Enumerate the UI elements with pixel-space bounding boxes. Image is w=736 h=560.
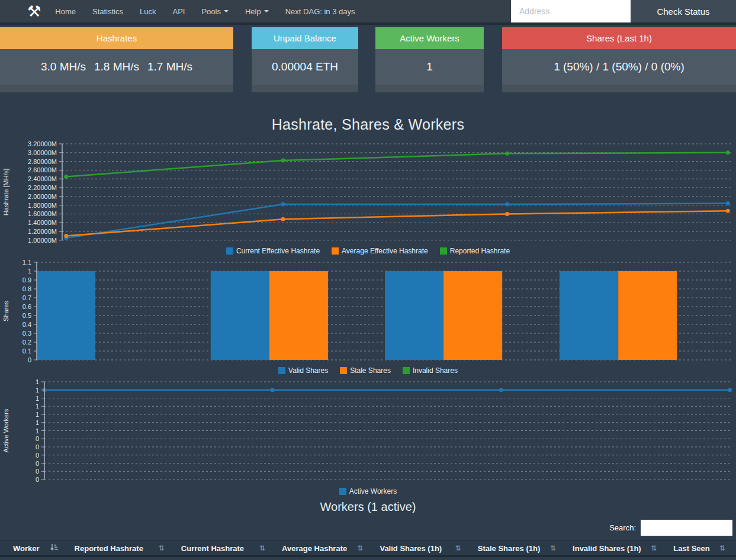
svg-text:0.2: 0.2 bbox=[23, 339, 31, 346]
svg-text:1: 1 bbox=[36, 387, 39, 394]
svg-text:0.4: 0.4 bbox=[23, 321, 31, 328]
svg-text:0.8: 0.8 bbox=[23, 285, 31, 292]
column-label: Invalid Shares (1h) bbox=[573, 544, 641, 553]
search-input[interactable] bbox=[641, 520, 732, 536]
summary-cards: Hashrates3.0 MH/s1.8 MH/s1.7 MH/sUnpaid … bbox=[0, 25, 736, 92]
nav-item-pools[interactable]: Pools bbox=[193, 0, 237, 22]
legend-item-average-effective-hashrate[interactable]: Average Effective Hashrate bbox=[332, 247, 428, 255]
dag-notice: Next DAG: in 3 days bbox=[277, 7, 364, 16]
card-unpaid-balance: Unpaid Balance0.00004 ETH bbox=[252, 27, 358, 92]
legend-swatch-icon bbox=[403, 367, 410, 374]
nav-item-help[interactable]: Help bbox=[237, 0, 277, 22]
sort-icon: ⇅ bbox=[719, 544, 725, 552]
card-footer bbox=[502, 85, 736, 92]
navbar: ⚒ HomeStatisticsLuckAPIPoolsHelp Next DA… bbox=[0, 0, 736, 25]
svg-text:0: 0 bbox=[36, 443, 39, 450]
shares-chart: 1.110.90.80.70.60.50.40.30.20.10Shares bbox=[0, 256, 736, 365]
card-active-workers: Active Workers1 bbox=[375, 27, 484, 92]
nav-menu: HomeStatisticsLuckAPIPoolsHelp bbox=[47, 0, 277, 22]
address-input[interactable] bbox=[511, 0, 631, 22]
legend-item-active-workers[interactable]: Active Workers bbox=[339, 487, 397, 495]
svg-text:1: 1 bbox=[36, 378, 39, 385]
column-header-invalid-shares-1h[interactable]: Invalid Shares (1h)⇅ bbox=[567, 541, 667, 555]
svg-text:1.00000M: 1.00000M bbox=[28, 237, 57, 244]
card-footer bbox=[252, 85, 358, 92]
card-value: 1 (50%) / 1 (50%) / 0 (0%) bbox=[502, 49, 736, 85]
legend-swatch-icon bbox=[340, 367, 347, 374]
charts-section-title: Hashrate, Shares & Workers bbox=[0, 116, 736, 133]
sort-icon: ⇅ bbox=[455, 544, 461, 552]
column-header-average-hashrate[interactable]: Average Hashrate⇅ bbox=[276, 541, 374, 555]
column-label: Last Seen bbox=[673, 544, 709, 553]
workers-heading: Workers (1 active) bbox=[0, 500, 736, 514]
workers-table-header: WorkerReported Hashrate⇅Current Hashrate… bbox=[0, 540, 736, 557]
svg-text:2.20000M: 2.20000M bbox=[28, 184, 57, 191]
svg-text:1: 1 bbox=[36, 419, 39, 426]
svg-text:Hashrate [MH/s]: Hashrate [MH/s] bbox=[2, 169, 9, 215]
legend-item-current-effective-hashrate[interactable]: Current Effective Hashrate bbox=[226, 247, 320, 255]
column-header-valid-shares-1h[interactable]: Valid Shares (1h)⇅ bbox=[374, 541, 471, 555]
column-label: Average Hashrate bbox=[282, 544, 347, 553]
svg-text:1.60000M: 1.60000M bbox=[28, 210, 57, 217]
sort-amount-asc-icon bbox=[50, 543, 58, 553]
svg-text:0: 0 bbox=[36, 435, 39, 442]
card-title: Hashrates bbox=[0, 27, 233, 49]
svg-text:2.00000M: 2.00000M bbox=[28, 193, 57, 200]
svg-text:2.40000M: 2.40000M bbox=[28, 175, 57, 182]
hashrate-chart: 3.20000M3.00000M2.80000M2.60000M2.40000M… bbox=[0, 138, 736, 246]
svg-text:1.1: 1.1 bbox=[23, 259, 31, 266]
svg-text:1.40000M: 1.40000M bbox=[28, 219, 57, 226]
legend-label: Current Effective Hashrate bbox=[236, 247, 320, 255]
sort-icon: ⇅ bbox=[550, 544, 556, 552]
sort-icon: ⇅ bbox=[159, 544, 165, 552]
svg-text:3.00000M: 3.00000M bbox=[28, 149, 57, 156]
card-title: Unpaid Balance bbox=[252, 27, 358, 49]
nav-item-luck[interactable]: Luck bbox=[131, 0, 164, 22]
nav-item-home[interactable]: Home bbox=[47, 0, 84, 22]
legend-label: Reported Hashrate bbox=[450, 247, 510, 255]
check-status-button[interactable]: Check Status bbox=[631, 0, 736, 22]
column-header-stale-shares-1h[interactable]: Stale Shares (1h)⇅ bbox=[472, 541, 567, 555]
svg-text:1: 1 bbox=[28, 268, 31, 275]
legend-item-stale-shares[interactable]: Stale Shares bbox=[340, 366, 391, 375]
card-shares-last-1h: Shares (Last 1h)1 (50%) / 1 (50%) / 0 (0… bbox=[502, 27, 736, 92]
hashrate-chart-legend: Current Effective HashrateAverage Effect… bbox=[0, 246, 736, 256]
svg-text:0.3: 0.3 bbox=[23, 330, 31, 337]
svg-text:0: 0 bbox=[36, 460, 39, 467]
column-label: Reported Hashrate bbox=[75, 544, 143, 553]
svg-text:2.80000M: 2.80000M bbox=[28, 158, 57, 165]
column-label: Valid Shares (1h) bbox=[380, 544, 442, 553]
column-header-worker[interactable]: Worker bbox=[0, 541, 69, 555]
legend-item-reported-hashrate[interactable]: Reported Hashrate bbox=[440, 247, 510, 255]
legend-label: Invalid Shares bbox=[413, 366, 458, 375]
nav-item-statistics[interactable]: Statistics bbox=[84, 0, 131, 22]
card-hashrates: Hashrates3.0 MH/s1.8 MH/s1.7 MH/s bbox=[0, 27, 233, 92]
svg-text:0.5: 0.5 bbox=[23, 312, 31, 319]
svg-text:0: 0 bbox=[36, 452, 39, 459]
svg-text:1: 1 bbox=[36, 395, 39, 402]
card-value: 1 bbox=[375, 49, 484, 85]
legend-swatch-icon bbox=[339, 488, 346, 495]
legend-label: Active Workers bbox=[349, 487, 397, 495]
column-header-last-seen[interactable]: Last Seen⇅ bbox=[667, 541, 736, 555]
legend-label: Valid Shares bbox=[288, 366, 328, 375]
nav-item-api[interactable]: API bbox=[164, 0, 193, 22]
svg-text:0.6: 0.6 bbox=[23, 303, 31, 310]
svg-text:Active Workers: Active Workers bbox=[2, 408, 9, 452]
svg-text:0.7: 0.7 bbox=[23, 294, 31, 301]
search-row: Search: bbox=[0, 520, 732, 536]
legend-label: Average Effective Hashrate bbox=[342, 247, 428, 255]
column-header-reported-hashrate[interactable]: Reported Hashrate⇅ bbox=[69, 541, 175, 555]
card-title: Active Workers bbox=[375, 27, 484, 49]
legend-item-invalid-shares[interactable]: Invalid Shares bbox=[403, 366, 458, 375]
column-header-current-hashrate[interactable]: Current Hashrate⇅ bbox=[175, 541, 276, 555]
svg-text:3.20000M: 3.20000M bbox=[28, 140, 57, 147]
card-footer bbox=[0, 85, 233, 92]
card-value: 3.0 MH/s1.8 MH/s1.7 MH/s bbox=[0, 49, 233, 85]
hammer-pick-icon[interactable]: ⚒ bbox=[27, 0, 41, 22]
sort-icon: ⇅ bbox=[357, 544, 363, 552]
legend-item-valid-shares[interactable]: Valid Shares bbox=[278, 366, 328, 375]
svg-text:2.60000M: 2.60000M bbox=[28, 166, 57, 173]
legend-swatch-icon bbox=[278, 367, 285, 374]
svg-text:Shares: Shares bbox=[2, 301, 9, 321]
